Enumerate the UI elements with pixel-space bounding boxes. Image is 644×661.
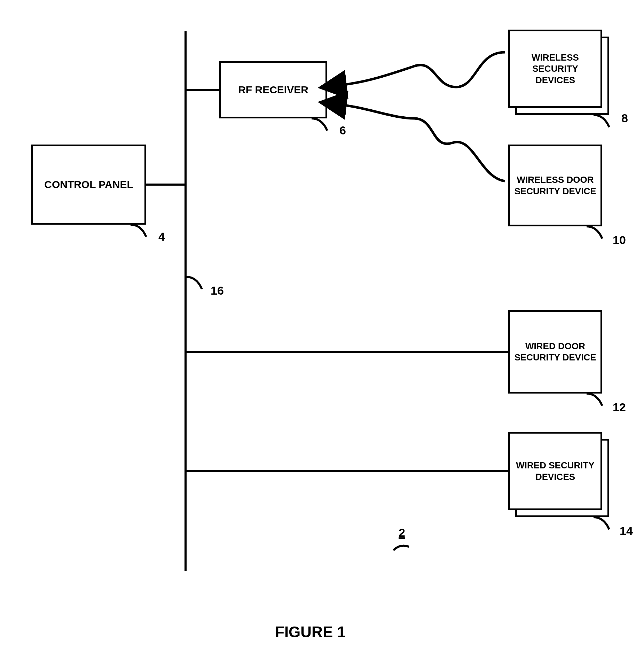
ref-label-14: 14 [620, 524, 633, 538]
wired-door-connector [187, 351, 508, 353]
wired-security-devices-label: WIRED SECURITY DEVICES [513, 460, 598, 482]
wired-security-devices-box: WIRED SECURITY DEVICES [508, 432, 602, 510]
wireless-door-security-device-label: WIRELESS DOOR SECURITY DEVICE [513, 174, 598, 197]
rf-receiver-label: RF RECEIVER [238, 83, 308, 96]
figure-label: FIGURE 1 [275, 623, 346, 641]
wireless-security-devices-box: WIRELESS SECURITY DEVICES [508, 30, 602, 108]
ref-label-4: 4 [158, 230, 165, 243]
ref-tick-16 [184, 275, 209, 293]
rf-receiver-box: RF RECEIVER [219, 61, 327, 118]
wireless-door-security-device-box: WIRELESS DOOR SECURITY DEVICE [508, 145, 602, 226]
ref-label-2: 2 [399, 526, 405, 539]
wireless-arrow-top [327, 49, 508, 104]
ref-label-6: 6 [339, 124, 346, 137]
ref-tick-8 [592, 113, 616, 131]
ref-label-8: 8 [621, 111, 628, 125]
rf-receiver-connector [187, 89, 219, 91]
ref-tick-12 [585, 392, 609, 409]
wireless-arrow-bottom [327, 98, 508, 188]
ref-label-12: 12 [613, 401, 626, 414]
control-panel-label: CONTROL PANEL [44, 178, 133, 191]
ref-tick-6 [310, 117, 334, 134]
wired-devices-connector [187, 470, 508, 472]
wired-door-security-device-label: WIRED DOOR SECURITY DEVICE [513, 341, 598, 363]
wired-door-security-device-box: WIRED DOOR SECURITY DEVICE [508, 310, 602, 394]
control-panel-connector [146, 184, 184, 186]
control-panel-box: CONTROL PANEL [31, 145, 146, 225]
wireless-security-devices-label: WIRELESS SECURITY DEVICES [513, 52, 598, 86]
ref-label-16: 16 [211, 284, 224, 297]
ref-tick-4 [129, 223, 153, 240]
ref-tick-2 [392, 542, 413, 554]
diagram-canvas: CONTROL PANEL RF RECEIVER WIRELESS SECUR… [0, 0, 644, 661]
ref-tick-14 [592, 515, 616, 533]
ref-label-10: 10 [613, 233, 626, 247]
ref-tick-10 [585, 225, 609, 242]
bus-line [184, 31, 187, 571]
